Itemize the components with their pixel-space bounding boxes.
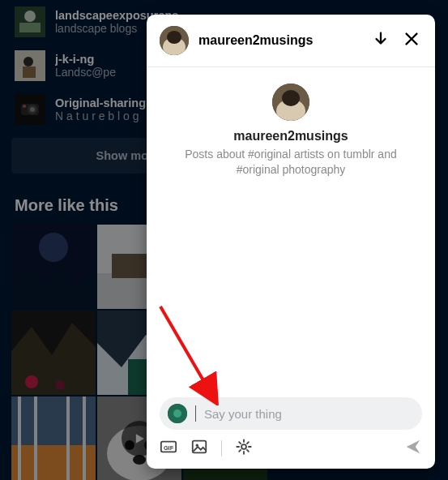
- svg-point-38: [167, 31, 181, 44]
- profile-name[interactable]: maureen2musings: [233, 129, 348, 144]
- arrow-down-icon: [372, 30, 390, 51]
- message-input[interactable]: [204, 407, 411, 421]
- profile-avatar[interactable]: [272, 84, 309, 121]
- close-icon: [403, 30, 420, 51]
- send-icon: [404, 438, 422, 459]
- svg-text:GIF: GIF: [164, 444, 174, 452]
- footer-toolbar: GIF: [160, 439, 422, 457]
- svg-point-41: [282, 90, 300, 106]
- divider: [221, 440, 222, 456]
- settings-button[interactable]: [235, 439, 253, 457]
- panel-body: maureen2musings Posts about #original ar…: [147, 67, 435, 397]
- send-button[interactable]: [404, 439, 422, 457]
- avatar[interactable]: [160, 26, 189, 55]
- panel-title[interactable]: maureen2musings: [198, 33, 361, 48]
- panel-header: maureen2musings: [147, 15, 435, 67]
- panel-footer: GIF: [147, 397, 435, 469]
- message-input-wrap[interactable]: [160, 397, 422, 430]
- message-panel: maureen2musings maureen2musings Posts ab…: [147, 15, 435, 469]
- svg-point-48: [241, 444, 246, 449]
- minimize-button[interactable]: [370, 30, 391, 51]
- gif-button[interactable]: GIF: [160, 439, 177, 457]
- text-caret: [195, 405, 196, 422]
- image-icon: [190, 438, 208, 459]
- profile-desc: Posts about #original artists on tumblr …: [163, 147, 419, 178]
- user-avatar: [168, 404, 187, 423]
- close-button[interactable]: [401, 30, 422, 51]
- svg-point-43: [173, 409, 181, 418]
- gear-icon: [235, 438, 253, 459]
- gif-icon: GIF: [160, 438, 177, 459]
- image-button[interactable]: [190, 439, 208, 457]
